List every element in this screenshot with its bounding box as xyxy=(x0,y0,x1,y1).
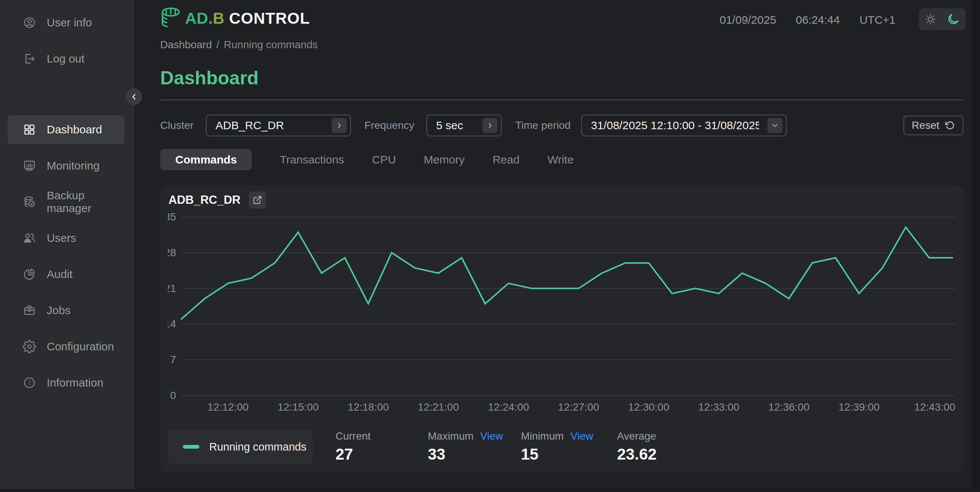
minimum-view-link[interactable]: View xyxy=(571,430,593,442)
logout-icon xyxy=(22,52,36,65)
filter-bar: Cluster ADB_RC_DR Frequency 5 sec Time p… xyxy=(160,114,963,137)
divider xyxy=(160,100,963,100)
header-date: 01/09/2025 xyxy=(719,14,776,26)
time-period-value: 31/08/2025 12:10:00 - 31/08/2025 12:42:5… xyxy=(591,119,759,132)
sidebar-collapse-button[interactable] xyxy=(126,89,142,105)
backup-database-icon xyxy=(22,195,36,209)
chart-card-title: ADB_RC_DR xyxy=(169,193,240,207)
stat-minimum: Minimum View 15 xyxy=(521,430,617,463)
x-axis-tick-label: 12:39:00 xyxy=(838,401,880,413)
page-title: Dashboard xyxy=(160,67,259,89)
tab-commands[interactable]: Commands xyxy=(160,149,252,170)
maximum-view-link[interactable]: View xyxy=(480,430,503,442)
sidebar-item-label: Jobs xyxy=(47,304,70,317)
y-axis-tick-label: 28 xyxy=(168,247,176,259)
user-icon xyxy=(22,16,36,29)
sidebar-item-label: Log out xyxy=(47,52,84,65)
sidebar-item-label: Information xyxy=(47,376,103,389)
stat-average-label: Average xyxy=(617,430,656,442)
moon-icon[interactable] xyxy=(947,13,960,26)
sidebar-item-monitoring[interactable]: Monitoring xyxy=(8,151,124,180)
sidebar-item-users[interactable]: Users xyxy=(8,224,124,252)
tab-write[interactable]: Write xyxy=(547,153,573,166)
x-axis-tick-label: 12:27:00 xyxy=(558,401,599,413)
x-axis-tick-label: 12:36:00 xyxy=(768,401,810,413)
y-axis-tick-label: 0 xyxy=(170,389,176,401)
sidebar-item-user-info[interactable]: User info xyxy=(8,8,124,37)
sidebar-item-information[interactable]: i Information xyxy=(8,368,124,397)
stat-minimum-label: Minimum xyxy=(521,430,564,442)
legend-line-swatch xyxy=(183,445,199,449)
frequency-select-value: 5 sec xyxy=(436,119,463,132)
y-axis-tick-label: 14 xyxy=(168,318,176,330)
x-axis-tick-label: 12:18:00 xyxy=(348,401,389,413)
legend-label: Running commands xyxy=(209,441,306,453)
dashboard-grid-icon xyxy=(22,123,36,136)
sidebar-item-label: Audit xyxy=(47,268,72,281)
stat-current-value: 27 xyxy=(336,445,428,463)
sidebar-item-label: Configuration xyxy=(47,340,114,353)
stat-maximum: Maximum View 33 xyxy=(428,430,521,463)
tab-cpu[interactable]: CPU xyxy=(372,153,396,166)
stat-average: Average 23.62 xyxy=(617,430,657,463)
reset-button-label: Reset xyxy=(912,119,939,132)
x-axis-tick-label: 12:15:00 xyxy=(278,401,319,413)
external-link-icon[interactable] xyxy=(249,191,266,209)
metric-tabs: Commands Transactions CPU Memory Read Wr… xyxy=(160,149,574,170)
sidebar-item-label: Backup manager xyxy=(47,189,124,215)
app-logo: AD.BCONTROL xyxy=(160,7,310,30)
chevron-right-icon[interactable] xyxy=(482,118,498,133)
chevron-left-icon xyxy=(130,92,139,102)
horizontal-scrollbar-track[interactable] xyxy=(0,489,980,492)
briefcase-icon xyxy=(22,304,36,317)
header-datetime: 01/09/2025 06:24:44 UTC+1 xyxy=(719,14,896,26)
x-axis-tick-label: 12:21:00 xyxy=(418,401,459,413)
time-period-select[interactable]: 31/08/2025 12:10:00 - 31/08/2025 12:42:5… xyxy=(581,114,787,136)
x-axis-tick-label: 12:33:00 xyxy=(698,401,740,413)
sidebar-item-dashboard[interactable]: Dashboard xyxy=(8,115,124,144)
header-time: 06:24:44 xyxy=(796,14,840,26)
chart-footer: Running commands Current 27 Maximum View… xyxy=(168,430,956,464)
reset-icon xyxy=(945,120,955,131)
sidebar: User info Log out Dashboard Monitoring xyxy=(0,0,134,492)
header-timezone: UTC+1 xyxy=(859,14,896,26)
cluster-select[interactable]: ADB_RC_DR xyxy=(206,114,351,136)
chevron-down-icon[interactable] xyxy=(767,118,783,133)
tab-transactions[interactable]: Transactions xyxy=(280,153,344,166)
cluster-label: Cluster xyxy=(160,119,194,132)
chart-card: ADB_RC_DR 352821147012:12:0012:15:0012:1… xyxy=(160,185,963,472)
stat-minimum-value: 15 xyxy=(521,445,617,463)
theme-toggle xyxy=(919,8,966,30)
x-axis-tick-label: 12:43:00 xyxy=(915,401,956,413)
main-content: AD.BCONTROL Dashboard / Running commands… xyxy=(134,0,980,492)
stat-average-value: 23.62 xyxy=(617,445,657,463)
gear-icon xyxy=(22,340,36,353)
database-logo-icon xyxy=(160,7,181,30)
breadcrumb-dashboard[interactable]: Dashboard xyxy=(160,39,212,51)
sidebar-item-configuration[interactable]: Configuration xyxy=(8,332,124,361)
sidebar-item-label: User info xyxy=(47,16,92,29)
stat-maximum-label: Maximum xyxy=(428,430,473,442)
cluster-select-value: ADB_RC_DR xyxy=(216,119,284,132)
tab-memory[interactable]: Memory xyxy=(424,153,465,166)
sun-icon[interactable] xyxy=(924,13,937,25)
sidebar-item-jobs[interactable]: Jobs xyxy=(8,296,124,325)
reset-button[interactable]: Reset xyxy=(904,116,963,135)
breadcrumb-current: Running commands xyxy=(224,39,318,51)
sidebar-item-audit[interactable]: Audit xyxy=(8,260,124,289)
sidebar-item-backup-manager[interactable]: Backup manager xyxy=(8,187,124,216)
stat-maximum-value: 33 xyxy=(428,445,521,463)
tab-read[interactable]: Read xyxy=(493,153,520,166)
frequency-select[interactable]: 5 sec xyxy=(426,114,502,136)
running-commands-chart: 352821147012:12:0012:15:0012:18:0012:21:… xyxy=(168,211,956,417)
x-axis-tick-label: 12:30:00 xyxy=(628,401,670,413)
vertical-scrollbar-track[interactable] xyxy=(972,0,980,492)
brand-text: AD.BCONTROL xyxy=(185,10,310,27)
chevron-right-icon[interactable] xyxy=(332,118,347,133)
stat-current-label: Current xyxy=(336,430,371,442)
stat-current: Current 27 xyxy=(336,430,428,463)
sidebar-item-label: Dashboard xyxy=(47,123,102,136)
y-axis-tick-label: 21 xyxy=(168,283,176,294)
sidebar-item-label: Monitoring xyxy=(47,159,100,172)
sidebar-item-log-out[interactable]: Log out xyxy=(8,44,124,73)
